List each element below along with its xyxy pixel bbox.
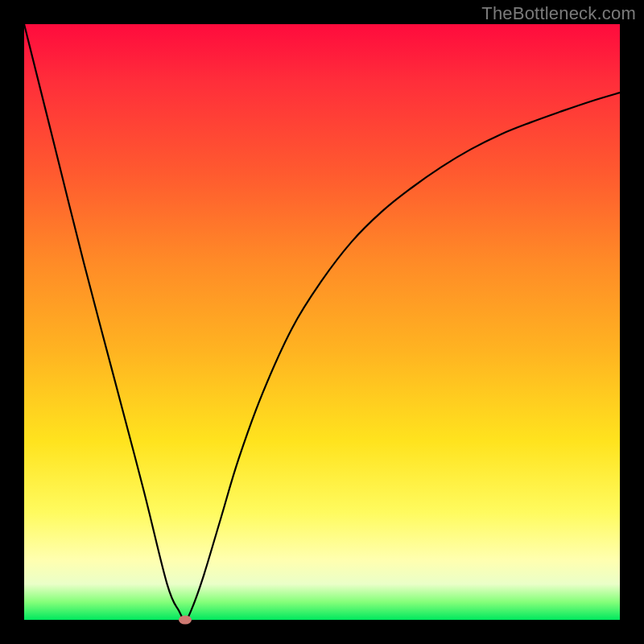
minimum-marker (179, 616, 192, 625)
plot-area (24, 24, 620, 620)
bottleneck-curve-path (24, 24, 620, 620)
curve-svg (24, 24, 620, 620)
watermark-text: TheBottleneck.com (481, 3, 636, 24)
chart-frame: TheBottleneck.com (0, 0, 644, 644)
